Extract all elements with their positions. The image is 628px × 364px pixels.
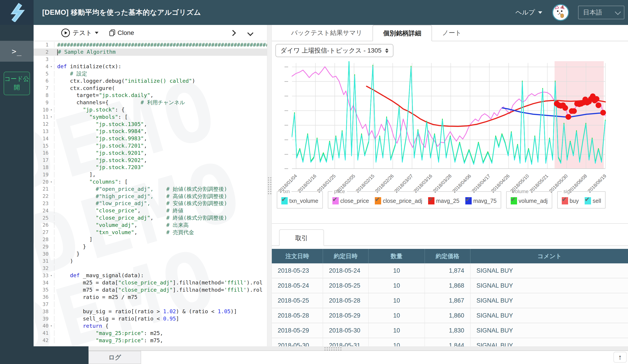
- code-line[interactable]: 34 m25 = data["close_price_adj"].fillna(…: [34, 279, 267, 286]
- code-line[interactable]: 6 ctx.logger.debug("initialize() called"…: [34, 77, 267, 85]
- code-line[interactable]: 31 ): [34, 257, 267, 265]
- code-line[interactable]: 36 ratio = m25 / m75: [34, 294, 267, 301]
- legend-item-mavg_25: ✔mavg_25: [428, 197, 460, 204]
- sidebar-item-console[interactable]: >_: [0, 41, 34, 62]
- check-icon: ✔: [428, 196, 433, 203]
- code-line[interactable]: 22 #"high_price_adj", # 高値(株式分割調整後): [34, 193, 267, 200]
- legend-item-sell: ✔sell: [585, 197, 601, 204]
- code-line[interactable]: 21 #"open_price_adj", # 始値(株式分割調整後): [34, 185, 267, 193]
- code-line[interactable]: 23 #"low_price_adj", # 安値(株式分割調整後): [34, 200, 267, 207]
- legend-checkbox-buy[interactable]: ✔: [562, 197, 568, 204]
- code-line[interactable]: 2# Sample Algorithm: [34, 49, 267, 56]
- line-number: 4: [46, 64, 49, 69]
- line-number: 28: [43, 237, 49, 242]
- log-resize-handle[interactable]: [88, 346, 628, 351]
- tab-trades[interactable]: 取引: [279, 229, 324, 246]
- legend-checkbox-mavg_25[interactable]: ✔: [428, 197, 434, 204]
- run-test-button[interactable]: テスト: [61, 29, 98, 37]
- code-publish-button[interactable]: コード公開: [4, 72, 30, 95]
- code-line[interactable]: 40▾ return {: [34, 322, 267, 330]
- code-line[interactable]: 10▾ "jp.stock": {: [34, 106, 267, 113]
- code-line[interactable]: 26 "volume_adj", # 出来高: [34, 221, 267, 229]
- line-gutter: 9: [34, 100, 54, 105]
- fold-arrow-icon[interactable]: ▾: [49, 324, 54, 327]
- code-line[interactable]: 8 target="jp.stock.daily",: [34, 92, 267, 99]
- code-line[interactable]: 33▾ def _mavg_signal(data):: [34, 272, 267, 279]
- tab-symbol-detail[interactable]: 個別銘柄詳細: [373, 25, 432, 41]
- code-line[interactable]: 3: [34, 56, 267, 63]
- code-line[interactable]: 41 "mavg_25:price": m25,: [34, 330, 267, 337]
- fold-arrow-icon[interactable]: ▾: [49, 180, 54, 183]
- language-select[interactable]: 日本語: [578, 6, 624, 19]
- clone-button[interactable]: Clone: [109, 29, 134, 37]
- legend-checkbox-sell[interactable]: ✔: [585, 197, 591, 204]
- clone-label: Clone: [118, 29, 134, 37]
- section-divider: [272, 223, 628, 224]
- legend-checkbox-close_price_adj[interactable]: ✔: [375, 197, 381, 204]
- code-line[interactable]: 28 ]: [34, 236, 267, 243]
- symbol-select[interactable]: ダイワ 上場投信-トピックス - 1305: [275, 44, 393, 57]
- code-line[interactable]: 4▾def initialize(ctx):: [34, 63, 267, 70]
- code-line[interactable]: 25 "close_price_adj", # 終値(株式分割調整後): [34, 214, 267, 221]
- code-line[interactable]: 37: [34, 301, 267, 308]
- code-line[interactable]: 15 "jp.stock.7201",: [34, 142, 267, 149]
- code-line[interactable]: 38 buy_sig = ratio[(ratio > 1.02) & (rat…: [34, 308, 267, 315]
- code-line[interactable]: 9 channels={ # 利用チャンネル: [34, 99, 267, 106]
- line-number: 37: [43, 302, 49, 307]
- tab-backtest-summary[interactable]: バックテスト結果サマリ: [281, 25, 373, 41]
- cell: 1,867: [425, 293, 470, 308]
- code-line[interactable]: 12 "jp.stock.1305",: [34, 121, 267, 128]
- log-area[interactable]: ↑: [141, 351, 628, 364]
- code-line[interactable]: 13 "jp.stock.9984",: [34, 128, 267, 135]
- code-area[interactable]: DEMO DEMODEMO DEMODEMO DEMO 1###########…: [34, 41, 267, 346]
- code-line[interactable]: 35 m75 = data["close_price_adj"].fillna(…: [34, 286, 267, 294]
- avatar[interactable]: [552, 4, 569, 21]
- code-line[interactable]: 7 ctx.configure(: [34, 85, 267, 92]
- tab-note[interactable]: ノート: [432, 25, 472, 41]
- fold-arrow-icon[interactable]: ▾: [49, 108, 54, 112]
- line-gutter: 2: [34, 49, 54, 55]
- code-line[interactable]: 14 "jp.stock.9983",: [34, 135, 267, 142]
- app-root: [DEMO] 移動平均を使った基本的なアルゴリズム ヘルプ 日本語: [0, 0, 628, 364]
- code-line[interactable]: 19 ],: [34, 171, 267, 178]
- fold-arrow-icon[interactable]: ▾: [49, 274, 54, 277]
- line-number: 3: [46, 57, 49, 62]
- legend-checkbox-txn_volume[interactable]: ✔: [281, 197, 288, 204]
- code-line[interactable]: 42 "mavg_75:price": m75,: [34, 337, 267, 344]
- code-line[interactable]: 32: [34, 265, 267, 272]
- panel-resize-handle[interactable]: [267, 25, 272, 346]
- line-number: 9: [46, 100, 49, 105]
- code-line[interactable]: 30 }: [34, 250, 267, 257]
- code-line[interactable]: 1#######################################…: [34, 41, 267, 49]
- fold-arrow-icon[interactable]: ▾: [49, 115, 54, 119]
- line-gutter: 32: [34, 265, 54, 271]
- code-line[interactable]: 39 sell_sig = ratio[ratio < 0.95]: [34, 315, 267, 322]
- code-line[interactable]: 24 "close_price", # 終値: [34, 207, 267, 214]
- scroll-top-button[interactable]: ↑: [614, 352, 627, 363]
- code-line[interactable]: 5 # 設定: [34, 70, 267, 77]
- line-number: 41: [43, 330, 49, 336]
- code-line[interactable]: 18 "jp.stock.7203": [34, 164, 267, 171]
- code-line[interactable]: 20▾ "columns": [: [34, 178, 267, 185]
- help-menu[interactable]: ヘルプ: [515, 8, 542, 17]
- cell: 2018-05-24: [323, 263, 368, 278]
- collapse-panel-icon[interactable]: [230, 30, 236, 36]
- code-line-text: "columns": [: [54, 179, 128, 185]
- legend-item-buy: ✔buy: [562, 197, 579, 204]
- code-line[interactable]: 17 "jp.stock.9202",: [34, 157, 267, 164]
- line-gutter: 35: [34, 287, 54, 293]
- line-gutter: 42: [34, 337, 54, 343]
- line-gutter: 34: [34, 280, 54, 286]
- fold-arrow-icon[interactable]: ▾: [49, 65, 54, 68]
- code-line[interactable]: 27 "txn_volume", # 売買代金: [34, 229, 267, 236]
- code-line[interactable]: 11▾ "symbols": [: [34, 113, 267, 121]
- line-gutter: 23: [34, 201, 54, 206]
- legend-checkbox-volume_adj[interactable]: ✔: [511, 197, 517, 204]
- legend-checkbox-mavg_75[interactable]: ✔: [465, 197, 472, 204]
- app-logo-icon[interactable]: [0, 0, 34, 25]
- line-gutter: 27: [34, 229, 54, 235]
- code-line[interactable]: 29 }: [34, 243, 267, 250]
- expand-down-icon[interactable]: [247, 30, 253, 36]
- legend-checkbox-close_price[interactable]: ✔: [332, 197, 339, 204]
- code-line[interactable]: 16 "jp.stock.9201",: [34, 149, 267, 157]
